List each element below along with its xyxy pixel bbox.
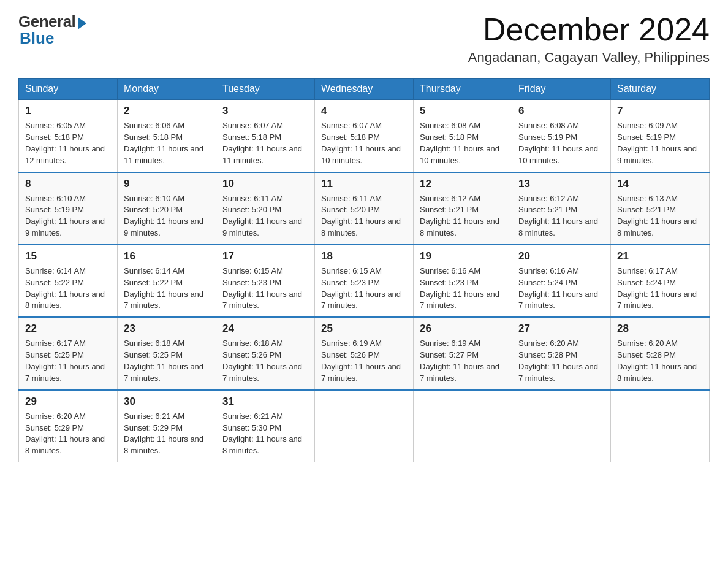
daylight-label: Daylight: 11 hours and 7 minutes.: [321, 362, 401, 383]
daylight-label: Daylight: 11 hours and 9 minutes.: [124, 216, 203, 237]
sunset-label: Sunset: 5:18 PM: [124, 132, 183, 142]
sunrise-label: Sunrise: 6:13 AM: [617, 194, 678, 203]
sunset-label: Sunset: 5:24 PM: [518, 278, 577, 287]
header-friday: Friday: [512, 79, 611, 100]
sunset-label: Sunset: 5:30 PM: [222, 423, 281, 432]
header-wednesday: Wednesday: [315, 79, 414, 100]
sunset-label: Sunset: 5:26 PM: [321, 350, 380, 359]
calendar-week-row: 29 Sunrise: 6:20 AM Sunset: 5:29 PM Dayl…: [19, 390, 710, 462]
daylight-label: Daylight: 11 hours and 10 minutes.: [321, 144, 401, 165]
day-number: 2: [124, 105, 210, 117]
sunrise-label: Sunrise: 6:14 AM: [25, 266, 86, 275]
table-row: 19 Sunrise: 6:16 AM Sunset: 5:23 PM Dayl…: [414, 245, 512, 317]
day-number: 9: [124, 178, 210, 190]
day-info: Sunrise: 6:08 AM Sunset: 5:19 PM Dayligh…: [518, 120, 604, 166]
day-info: Sunrise: 6:10 AM Sunset: 5:19 PM Dayligh…: [25, 193, 111, 239]
sunrise-label: Sunrise: 6:21 AM: [222, 412, 283, 421]
header-monday: Monday: [118, 79, 216, 100]
day-info: Sunrise: 6:10 AM Sunset: 5:20 PM Dayligh…: [124, 193, 210, 239]
table-row: 2 Sunrise: 6:06 AM Sunset: 5:18 PM Dayli…: [118, 100, 216, 172]
sunset-label: Sunset: 5:19 PM: [25, 205, 84, 214]
daylight-label: Daylight: 11 hours and 7 minutes.: [617, 289, 697, 310]
day-number: 19: [420, 250, 506, 262]
day-number: 8: [25, 178, 111, 190]
daylight-label: Daylight: 11 hours and 8 minutes.: [25, 289, 105, 310]
sunrise-label: Sunrise: 6:17 AM: [25, 339, 86, 348]
table-row: [512, 390, 611, 462]
sunrise-label: Sunrise: 6:15 AM: [321, 266, 382, 275]
day-info: Sunrise: 6:12 AM Sunset: 5:21 PM Dayligh…: [420, 193, 506, 239]
table-row: 20 Sunrise: 6:16 AM Sunset: 5:24 PM Dayl…: [512, 245, 611, 317]
table-row: 28 Sunrise: 6:20 AM Sunset: 5:28 PM Dayl…: [611, 317, 710, 389]
day-number: 16: [124, 250, 210, 262]
sunset-label: Sunset: 5:25 PM: [25, 350, 84, 359]
sunrise-label: Sunrise: 6:07 AM: [222, 121, 283, 130]
day-info: Sunrise: 6:16 AM Sunset: 5:23 PM Dayligh…: [420, 266, 506, 312]
day-number: 29: [25, 396, 111, 408]
sunset-label: Sunset: 5:20 PM: [222, 205, 281, 214]
logo-arrow-icon: [78, 17, 86, 29]
day-number: 20: [518, 250, 604, 262]
sunset-label: Sunset: 5:28 PM: [518, 350, 577, 359]
table-row: 4 Sunrise: 6:07 AM Sunset: 5:18 PM Dayli…: [315, 100, 414, 172]
day-number: 24: [222, 323, 308, 335]
table-row: 10 Sunrise: 6:11 AM Sunset: 5:20 PM Dayl…: [216, 172, 315, 245]
day-number: 10: [222, 178, 308, 190]
sunrise-label: Sunrise: 6:05 AM: [25, 121, 86, 130]
daylight-label: Daylight: 11 hours and 10 minutes.: [420, 144, 499, 165]
table-row: 13 Sunrise: 6:12 AM Sunset: 5:21 PM Dayl…: [512, 172, 611, 245]
table-row: 1 Sunrise: 6:05 AM Sunset: 5:18 PM Dayli…: [19, 100, 118, 172]
logo-blue-text: Blue: [20, 29, 54, 48]
sunrise-label: Sunrise: 6:06 AM: [124, 121, 184, 130]
sunrise-label: Sunrise: 6:12 AM: [518, 194, 579, 203]
table-row: 22 Sunrise: 6:17 AM Sunset: 5:25 PM Dayl…: [19, 317, 118, 389]
daylight-label: Daylight: 11 hours and 7 minutes.: [420, 362, 499, 383]
sunset-label: Sunset: 5:18 PM: [321, 132, 380, 142]
daylight-label: Daylight: 11 hours and 7 minutes.: [124, 289, 203, 310]
sunset-label: Sunset: 5:18 PM: [222, 132, 281, 142]
table-row: 14 Sunrise: 6:13 AM Sunset: 5:21 PM Dayl…: [611, 172, 710, 245]
day-info: Sunrise: 6:06 AM Sunset: 5:18 PM Dayligh…: [124, 120, 210, 166]
daylight-label: Daylight: 11 hours and 9 minutes.: [25, 216, 105, 237]
header-thursday: Thursday: [414, 79, 512, 100]
sunset-label: Sunset: 5:23 PM: [222, 278, 281, 287]
day-number: 5: [420, 105, 506, 117]
sunrise-label: Sunrise: 6:16 AM: [420, 266, 480, 275]
day-info: Sunrise: 6:21 AM Sunset: 5:29 PM Dayligh…: [124, 411, 210, 457]
day-info: Sunrise: 6:14 AM Sunset: 5:22 PM Dayligh…: [25, 266, 111, 312]
day-info: Sunrise: 6:19 AM Sunset: 5:26 PM Dayligh…: [321, 338, 407, 384]
calendar-week-row: 22 Sunrise: 6:17 AM Sunset: 5:25 PM Dayl…: [19, 317, 710, 389]
daylight-label: Daylight: 11 hours and 9 minutes.: [617, 144, 697, 165]
sunrise-label: Sunrise: 6:10 AM: [124, 194, 184, 203]
day-number: 22: [25, 323, 111, 335]
table-row: 25 Sunrise: 6:19 AM Sunset: 5:26 PM Dayl…: [315, 317, 414, 389]
table-row: 12 Sunrise: 6:12 AM Sunset: 5:21 PM Dayl…: [414, 172, 512, 245]
table-row: 23 Sunrise: 6:18 AM Sunset: 5:25 PM Dayl…: [118, 317, 216, 389]
daylight-label: Daylight: 11 hours and 8 minutes.: [124, 434, 203, 455]
daylight-label: Daylight: 11 hours and 8 minutes.: [617, 216, 697, 237]
sunrise-label: Sunrise: 6:19 AM: [321, 339, 382, 348]
daylight-label: Daylight: 11 hours and 10 minutes.: [518, 144, 598, 165]
header-sunday: Sunday: [19, 79, 118, 100]
sunrise-label: Sunrise: 6:20 AM: [617, 339, 678, 348]
daylight-label: Daylight: 11 hours and 8 minutes.: [321, 216, 401, 237]
table-row: 24 Sunrise: 6:18 AM Sunset: 5:26 PM Dayl…: [216, 317, 315, 389]
day-info: Sunrise: 6:07 AM Sunset: 5:18 PM Dayligh…: [222, 120, 308, 166]
daylight-label: Daylight: 11 hours and 8 minutes.: [420, 216, 499, 237]
table-row: [414, 390, 512, 462]
day-info: Sunrise: 6:18 AM Sunset: 5:25 PM Dayligh…: [124, 338, 210, 384]
day-number: 25: [321, 323, 407, 335]
day-number: 18: [321, 250, 407, 262]
calendar-week-row: 8 Sunrise: 6:10 AM Sunset: 5:19 PM Dayli…: [19, 172, 710, 245]
table-row: 11 Sunrise: 6:11 AM Sunset: 5:20 PM Dayl…: [315, 172, 414, 245]
calendar-week-row: 1 Sunrise: 6:05 AM Sunset: 5:18 PM Dayli…: [19, 100, 710, 172]
day-number: 15: [25, 250, 111, 262]
day-number: 6: [518, 105, 604, 117]
sunset-label: Sunset: 5:26 PM: [222, 350, 281, 359]
daylight-label: Daylight: 11 hours and 8 minutes.: [617, 362, 697, 383]
logo: General Blue: [18, 12, 86, 48]
day-info: Sunrise: 6:08 AM Sunset: 5:18 PM Dayligh…: [420, 120, 506, 166]
daylight-label: Daylight: 11 hours and 7 minutes.: [25, 362, 105, 383]
sunset-label: Sunset: 5:23 PM: [321, 278, 380, 287]
daylight-label: Daylight: 11 hours and 12 minutes.: [25, 144, 105, 165]
